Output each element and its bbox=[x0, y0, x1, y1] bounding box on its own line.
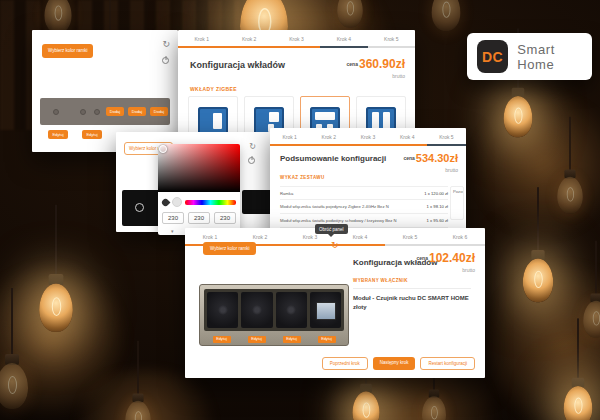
page-title: Konfiguracja wkładów bbox=[190, 60, 285, 70]
tab-step[interactable]: Krok 3 bbox=[273, 30, 320, 48]
edit-module-tag[interactable]: Edytuj bbox=[283, 336, 301, 343]
side-panel-clipped: Pozostałe bbox=[450, 186, 464, 220]
tab-step[interactable]: Krok 6 bbox=[435, 228, 485, 246]
section-heading: WKŁADY ZIGBEE bbox=[190, 86, 237, 92]
saturation-cursor[interactable] bbox=[159, 145, 167, 153]
motion-sensor-module-image bbox=[310, 292, 341, 328]
black-switch-preview bbox=[242, 190, 272, 214]
summary-table: Ramka 1 x 120.00 zł Moduł włącznika świa… bbox=[280, 186, 448, 228]
chevron-down-icon[interactable]: ▾ bbox=[171, 228, 174, 234]
edit-module-tag[interactable]: Edytuj bbox=[318, 336, 336, 343]
window-color-picker: Wybierz kolor ramki ↻ 230 230 230 ▾ bbox=[116, 132, 272, 232]
edit-insert-tag[interactable]: Edytuj bbox=[82, 130, 102, 139]
choose-frame-color-button[interactable]: Wybierz kolor ramki bbox=[42, 44, 93, 58]
switch-dot[interactable] bbox=[94, 109, 100, 115]
wizard-buttons: Poprzedni krok Następny krok Restart kon… bbox=[322, 357, 475, 370]
rgb-input-b[interactable]: 230 bbox=[214, 212, 236, 224]
tab-step[interactable]: Krok 5 bbox=[385, 228, 435, 246]
light-bulb bbox=[421, 388, 448, 420]
dc-logo-icon: DC bbox=[477, 40, 508, 73]
saturation-gradient[interactable] bbox=[158, 144, 240, 192]
switch-ring bbox=[135, 203, 144, 212]
rgb-input-g[interactable]: 230 bbox=[188, 212, 210, 224]
switch-module-image bbox=[207, 292, 238, 328]
page-title: Podsumowanie konfiguracji bbox=[280, 154, 386, 163]
table-row: Moduł włącznika światła pojedynczy Zigbe… bbox=[280, 200, 448, 214]
eyedropper-icon[interactable] bbox=[161, 197, 171, 207]
add-insert-button[interactable]: Dodaj bbox=[128, 107, 146, 116]
rotate-panel-tooltip: Obróć panel bbox=[315, 224, 348, 234]
black-switch-preview bbox=[122, 190, 160, 226]
power-icon[interactable] bbox=[248, 157, 255, 164]
step-tabs: Krok 1 Krok 2 Krok 3 Krok 4 Krok 5 bbox=[178, 30, 415, 48]
selected-product-name: Moduł - Czujnik ruchu DC SMART HOME złot… bbox=[353, 294, 475, 312]
light-bulb bbox=[521, 248, 555, 339]
hue-slider[interactable] bbox=[185, 200, 236, 205]
table-row: Moduł włącznika światła podwójny schodow… bbox=[280, 214, 448, 228]
light-bulb bbox=[0, 352, 30, 420]
switch-product-image: Edytuj Edytuj Edytuj Edytuj bbox=[199, 284, 349, 346]
window-summary: Krok 1 Krok 2 Krok 3 Krok 4 Krok 5 Podsu… bbox=[270, 128, 466, 234]
power-icon[interactable] bbox=[162, 57, 169, 64]
light-bulb bbox=[124, 392, 153, 420]
rotate-icon[interactable]: ↻ bbox=[249, 143, 256, 151]
tab-step[interactable]: Krok 1 bbox=[178, 30, 225, 48]
color-swatch bbox=[172, 197, 182, 207]
rgb-input-r[interactable]: 230 bbox=[162, 212, 184, 224]
tab-step[interactable]: Krok 2 bbox=[309, 128, 348, 146]
rotate-icon[interactable]: ↻ bbox=[331, 241, 339, 250]
price-display: cena534.30zł brutto bbox=[403, 148, 458, 173]
restart-configuration-button[interactable]: Restart konfiguracji bbox=[420, 357, 475, 370]
light-bulb bbox=[351, 382, 382, 420]
edit-insert-tag[interactable]: Edytuj bbox=[48, 130, 68, 139]
switch-dot[interactable] bbox=[80, 109, 86, 115]
tab-step[interactable]: Krok 3 bbox=[348, 128, 387, 146]
brand-name: Smart Home bbox=[517, 42, 592, 72]
previous-step-button[interactable]: Poprzedni krok bbox=[322, 357, 368, 370]
section-heading: WYBRANY WŁĄCZNIK bbox=[353, 278, 408, 283]
next-step-button[interactable]: Następny krok bbox=[373, 357, 416, 370]
section-heading: WYKAZ ZESTAWU bbox=[280, 175, 325, 180]
price-display: cena102.40zł brutto bbox=[417, 248, 475, 273]
add-insert-button[interactable]: Dodaj bbox=[150, 107, 168, 116]
brand-logo-card: DC Smart Home bbox=[467, 33, 592, 80]
light-bulb bbox=[502, 86, 534, 172]
rotate-icon[interactable]: ↻ bbox=[162, 40, 170, 49]
tab-step[interactable]: Krok 4 bbox=[320, 30, 367, 48]
switch-dot[interactable] bbox=[53, 109, 59, 115]
tab-step[interactable]: Krok 4 bbox=[388, 128, 427, 146]
color-picker-popover: 230 230 230 ▾ bbox=[158, 144, 240, 235]
light-bulb bbox=[430, 0, 462, 66]
choose-frame-color-button[interactable]: Wybierz kolor ramki bbox=[203, 242, 256, 255]
tab-step[interactable]: Krok 1 bbox=[270, 128, 309, 146]
tab-step[interactable]: Krok 5 bbox=[368, 30, 415, 48]
light-bulb bbox=[562, 376, 594, 420]
edit-module-tag[interactable]: Edytuj bbox=[213, 336, 231, 343]
add-insert-button[interactable]: Dodaj bbox=[106, 107, 124, 116]
window-sensor-config: Krok 1 Krok 2 Krok 3 Krok 4 Krok 5 Krok … bbox=[185, 228, 485, 378]
light-bulb bbox=[582, 292, 600, 369]
table-row: Ramka 1 x 120.00 zł bbox=[280, 186, 448, 200]
divider bbox=[353, 288, 471, 289]
tab-step[interactable]: Krok 5 bbox=[427, 128, 466, 146]
tab-step[interactable]: Krok 2 bbox=[225, 30, 272, 48]
light-bulb bbox=[37, 272, 75, 373]
step-tabs: Krok 1 Krok 2 Krok 3 Krok 4 Krok 5 bbox=[270, 128, 466, 146]
switch-panel-preview: Dodaj Dodaj Dodaj bbox=[40, 98, 170, 125]
switch-module-image bbox=[241, 292, 272, 328]
price-display: cena360.90zł brutto bbox=[347, 54, 405, 79]
light-bulb bbox=[556, 168, 585, 245]
switch-module-image bbox=[276, 292, 307, 328]
edit-module-tag[interactable]: Edytuj bbox=[248, 336, 266, 343]
